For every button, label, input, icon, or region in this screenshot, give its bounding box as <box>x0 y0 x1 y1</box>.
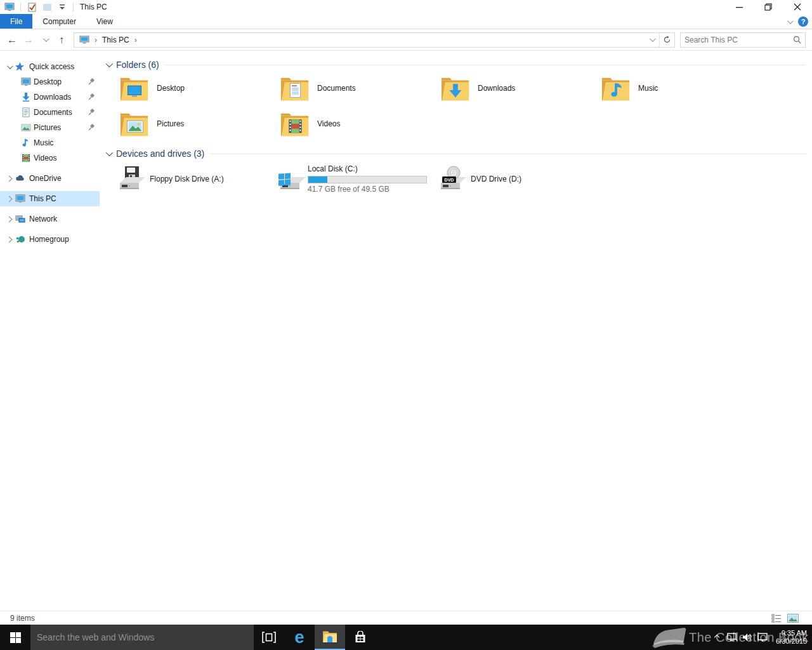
edge-button[interactable]: e <box>284 625 315 650</box>
sidebar-item-homegroup[interactable]: Homegroup <box>0 232 100 247</box>
qat-separator <box>73 3 74 11</box>
tile-label: Downloads <box>478 84 515 93</box>
view-toggles <box>770 613 807 624</box>
breadcrumb-separator: › <box>132 36 140 44</box>
group-header-devices[interactable]: Devices and drives (3) <box>106 148 806 159</box>
tab-file[interactable]: File <box>0 14 32 29</box>
up-button[interactable]: ↑ <box>53 32 70 48</box>
file-explorer-button[interactable] <box>315 625 345 650</box>
folder-tile-videos[interactable]: Videos <box>277 106 438 142</box>
customize-qat-button[interactable] <box>56 1 68 13</box>
svg-text:DVD: DVD <box>445 178 454 182</box>
sidebar-item-music[interactable]: Music <box>0 135 100 150</box>
this-pc-icon <box>79 36 89 44</box>
forward-button[interactable]: → <box>20 32 37 48</box>
taskbar-search-input[interactable] <box>37 632 254 642</box>
this-pc-icon <box>15 194 25 204</box>
expand-ribbon-button[interactable] <box>787 17 792 26</box>
chevron-down-icon[interactable] <box>5 65 13 69</box>
new-folder-button[interactable] <box>41 1 53 13</box>
floppy-drive-icon <box>117 166 146 192</box>
tile-label: Videos <box>317 119 340 128</box>
back-button[interactable]: ← <box>4 32 20 48</box>
folder-tile-downloads[interactable]: Downloads <box>438 70 598 106</box>
folder-tile-pictures[interactable]: Pictures <box>117 106 277 142</box>
sidebar-item-this-pc[interactable]: This PC <box>0 191 100 206</box>
address-dropdown-button[interactable] <box>644 33 659 47</box>
collapse-group-icon[interactable] <box>106 149 113 156</box>
volume-tray-icon[interactable] <box>740 625 755 650</box>
recent-locations-button[interactable] <box>37 32 53 48</box>
search-icon[interactable] <box>793 36 801 44</box>
details-view-button[interactable] <box>770 613 783 624</box>
properties-icon <box>27 3 37 12</box>
large-icons-view-button[interactable] <box>787 613 799 624</box>
properties-button[interactable] <box>26 1 37 13</box>
chevron-right-icon[interactable] <box>5 237 13 242</box>
sidebar-item-label: Pictures <box>34 123 61 132</box>
sidebar-item-quick-access[interactable]: Quick access <box>0 59 100 74</box>
breadcrumb-this-pc[interactable]: This PC <box>102 36 129 44</box>
system-menu-icon[interactable] <box>4 1 15 13</box>
folder-tile-documents[interactable]: Documents <box>277 70 438 106</box>
taskbar-clock[interactable]: 9:35 AM 6/30/2015 <box>770 629 812 646</box>
group-divider <box>166 65 806 65</box>
folder-tile-desktop[interactable]: Desktop <box>117 70 277 106</box>
clock-date: 6/30/2015 <box>770 637 807 646</box>
sidebar-item-network[interactable]: Network <box>0 211 100 227</box>
folder-tile-music[interactable]: Music <box>598 70 759 106</box>
window-title: This PC <box>80 3 107 11</box>
sidebar-item-documents[interactable]: Documents <box>0 105 100 120</box>
minimize-button[interactable] <box>724 0 754 14</box>
pin-icon <box>88 93 95 101</box>
breadcrumb: › This PC › <box>74 36 644 44</box>
restore-button[interactable] <box>754 0 783 14</box>
sidebar-item-pictures[interactable]: Pictures <box>0 120 100 135</box>
new-folder-icon <box>43 3 52 12</box>
windows-logo-icon <box>10 632 21 643</box>
desktop-icon <box>21 77 31 87</box>
status-bar: 9 items <box>0 611 812 625</box>
quick-access-star-icon <box>15 62 25 72</box>
action-center-tray-icon[interactable] <box>755 625 770 650</box>
quick-access-toolbar <box>0 1 75 13</box>
address-bar[interactable]: › This PC › <box>74 32 675 48</box>
sidebar-item-downloads[interactable]: Downloads <box>0 90 100 105</box>
desktop-screen: This PC File <box>0 0 812 650</box>
sidebar-item-videos[interactable]: Videos <box>0 150 100 166</box>
customize-qat-icon <box>59 4 65 10</box>
this-pc-icon <box>4 2 15 12</box>
sidebar-item-label: This PC <box>29 194 56 203</box>
drive-tile-floppy-a[interactable]: Floppy Disk Drive (A:) <box>117 162 277 196</box>
qat-separator <box>20 3 21 11</box>
group-title: Folders (6) <box>116 60 159 70</box>
sidebar-item-desktop[interactable]: Desktop <box>0 74 100 90</box>
tab-view[interactable]: View <box>86 14 123 29</box>
tile-label: Desktop <box>157 84 185 93</box>
show-hidden-icons-button[interactable] <box>709 625 724 650</box>
drive-tile-dvd-d[interactable]: DVD DVD Drive (D:) <box>438 162 598 196</box>
refresh-button[interactable] <box>659 33 674 47</box>
task-view-button[interactable] <box>254 625 284 650</box>
chevron-right-icon[interactable] <box>5 197 13 201</box>
chevron-right-icon[interactable] <box>5 176 13 181</box>
group-header-folders[interactable]: Folders (6) <box>106 59 806 70</box>
start-button[interactable] <box>0 625 30 650</box>
disk-info: Local Disk (C:) 41.7 GB free of 49.5 GB <box>308 164 427 194</box>
close-button[interactable] <box>783 0 812 14</box>
chevron-right-icon[interactable] <box>5 217 13 222</box>
collapse-group-icon[interactable] <box>106 60 113 67</box>
tab-computer[interactable]: Computer <box>32 14 86 29</box>
drive-tile-local-disk-c[interactable]: Local Disk (C:) 41.7 GB free of 49.5 GB <box>277 162 438 196</box>
network-tray-icon[interactable] <box>724 625 740 650</box>
pictures-icon <box>21 123 31 133</box>
window-controls <box>724 0 812 14</box>
pin-icon <box>88 124 95 131</box>
store-button[interactable] <box>345 625 376 650</box>
sidebar-item-onedrive[interactable]: OneDrive <box>0 171 100 186</box>
search-input[interactable] <box>684 36 793 44</box>
sidebar-item-label: Downloads <box>34 93 71 102</box>
help-button[interactable]: ? <box>798 17 808 27</box>
sidebar-item-label: Homegroup <box>29 235 69 244</box>
network-icon <box>15 214 25 224</box>
